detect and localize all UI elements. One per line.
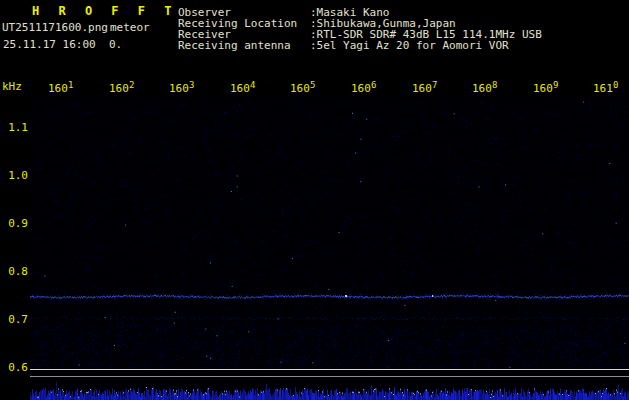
datetime-text: 25.11.17 16:00 0. xyxy=(3,38,122,51)
time-tick-label: 1601 xyxy=(48,82,73,95)
time-tick-label: 1608 xyxy=(472,82,497,95)
freq-tick-label: 0.6 xyxy=(4,361,28,374)
output-filename: UT2511171600.png xyxy=(2,21,108,34)
freq-tick-label: 0.7 xyxy=(4,313,28,326)
time-tick-label: 1605 xyxy=(290,82,315,95)
time-tick-label: 1609 xyxy=(533,82,558,95)
freq-tick-label: 0.8 xyxy=(4,265,28,278)
filename-row: UT2511171600.pngmeteor xyxy=(2,21,150,34)
time-tick-label: 1610 xyxy=(593,82,618,95)
observatory-tag: meteor xyxy=(110,21,150,34)
info-label: Receiving antenna xyxy=(178,39,291,52)
time-tick-label: 1607 xyxy=(412,82,437,95)
time-tick-label: 1606 xyxy=(351,82,376,95)
time-tick-label: 1603 xyxy=(169,82,194,95)
hrofft-screen: H R O F F T UT2511171600.pngmeteor 25.11… xyxy=(0,0,629,400)
info-value: :5el Yagi Az 20 for Aomori VOR xyxy=(310,39,509,52)
time-tick-label: 1602 xyxy=(109,82,134,95)
freq-tick-label: 1.0 xyxy=(4,169,28,182)
spectrogram-plot xyxy=(30,96,629,400)
time-tick-label: 1604 xyxy=(230,82,255,95)
y-axis-unit-label: kHz xyxy=(2,80,22,93)
app-title: H R O F F T xyxy=(32,4,177,18)
freq-tick-label: 1.1 xyxy=(4,121,28,134)
freq-tick-label: 0.9 xyxy=(4,217,28,230)
